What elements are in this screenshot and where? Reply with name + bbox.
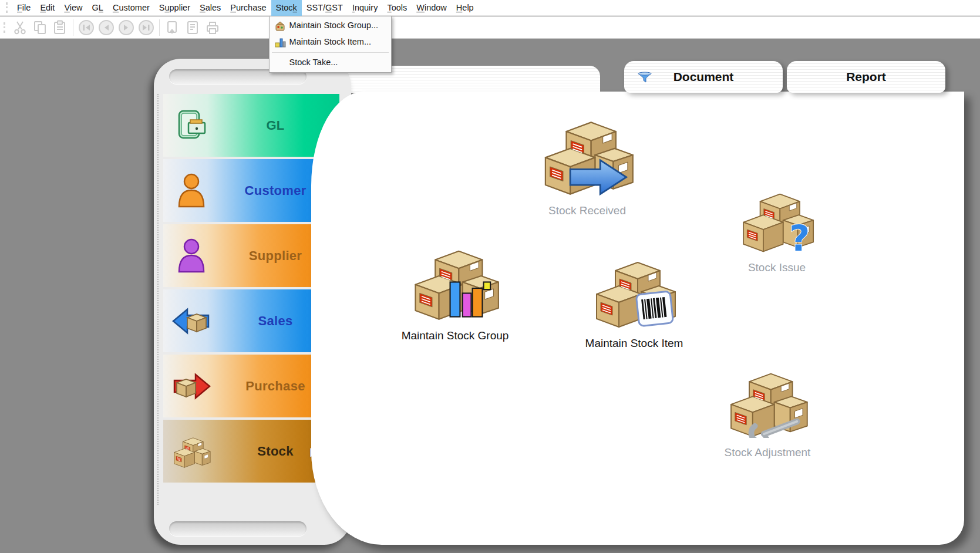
filter-funnel-icon[interactable] xyxy=(637,72,652,86)
stock-boxes-icon xyxy=(171,434,211,469)
next-record-icon[interactable] xyxy=(116,18,136,38)
shortcut-label: Stock Received xyxy=(511,204,664,217)
stock-item-icon xyxy=(273,36,287,48)
gl-cabinet-icon xyxy=(171,107,211,144)
sidebar-item-gl[interactable]: GL xyxy=(163,94,339,157)
edit-record-icon[interactable] xyxy=(183,18,203,38)
shortcut-label: Maintain Stock Item xyxy=(558,337,710,350)
menu-item-label: Maintain Stock Item... xyxy=(289,34,371,50)
supplier-person-icon xyxy=(171,238,211,274)
tab-document[interactable]: Document xyxy=(624,61,783,93)
tab-report[interactable]: Report xyxy=(787,61,945,93)
menu-bar: FileEditViewGLCustomerSupplierSalesPurch… xyxy=(0,0,980,16)
menu-view[interactable]: View xyxy=(59,0,87,16)
toolbar xyxy=(0,16,980,39)
menu-file[interactable]: File xyxy=(12,0,35,16)
shortcut-stock-issue[interactable]: ? Stock Issue xyxy=(701,188,853,274)
maintain-stock-item-icon xyxy=(592,255,676,329)
menu-window[interactable]: Window xyxy=(412,0,452,16)
sidebar-handle-bottom[interactable] xyxy=(169,521,307,536)
stock-issue-icon: ? xyxy=(739,188,814,253)
shortcut-label: Stock Adjustment xyxy=(691,446,844,459)
shortcut-maintain-stock-group[interactable]: Maintain Stock Group xyxy=(379,244,531,342)
menu-item-maintain-stock-item[interactable]: Maintain Stock Item... xyxy=(270,34,391,50)
copy-icon[interactable] xyxy=(30,18,50,38)
purchase-incoming-arrow-icon xyxy=(171,369,211,404)
print-icon[interactable] xyxy=(203,18,223,38)
menu-edit[interactable]: Edit xyxy=(35,0,59,16)
svg-text:?: ? xyxy=(789,218,810,253)
menu-purchase[interactable]: Purchase xyxy=(225,0,271,16)
sales-outgoing-arrow-icon xyxy=(171,304,211,339)
first-record-icon[interactable] xyxy=(76,18,96,38)
paste-icon[interactable] xyxy=(50,18,70,38)
menu-customer[interactable]: Customer xyxy=(108,0,154,16)
menu-gl[interactable]: GL xyxy=(87,0,108,16)
menu-item-label: Stock Take... xyxy=(289,55,338,70)
blank-icon xyxy=(273,57,287,69)
shortcut-maintain-stock-item[interactable]: Maintain Stock Item xyxy=(558,255,710,350)
menu-sales[interactable]: Sales xyxy=(195,0,225,16)
menu-sstgst[interactable]: SST/GST xyxy=(302,0,348,16)
stock-received-icon xyxy=(540,114,634,196)
shortcut-label: Stock Issue xyxy=(701,261,853,274)
menu-separator xyxy=(272,52,389,53)
sidebar-item-label: GL xyxy=(211,118,339,133)
menu-item-stock-take[interactable]: Stock Take... xyxy=(270,55,391,71)
prior-record-icon[interactable] xyxy=(96,18,116,38)
tab-label: Document xyxy=(673,70,734,84)
menu-item-maintain-stock-group[interactable]: Maintain Stock Group... xyxy=(270,18,391,34)
maintain-stock-group-icon xyxy=(410,244,500,321)
stock-dropdown-menu: Maintain Stock Group... Maintain Stock I… xyxy=(269,16,392,73)
cut-icon[interactable] xyxy=(10,18,30,38)
add-record-icon[interactable] xyxy=(163,18,183,38)
menu-help[interactable]: Help xyxy=(452,0,479,16)
tab-label: Report xyxy=(846,70,886,84)
stock-adjustment-icon xyxy=(726,367,809,438)
menu-tools[interactable]: Tools xyxy=(382,0,412,16)
sidebar-dotted-rail xyxy=(157,94,159,505)
stock-group-icon xyxy=(273,20,287,32)
menu-stock[interactable]: Stock Maintain Stock Group... Maintain S… xyxy=(271,0,302,16)
shortcut-stock-received[interactable]: Stock Received xyxy=(511,114,664,217)
menu-item-label: Maintain Stock Group... xyxy=(289,18,379,33)
shortcut-stock-adjustment[interactable]: Stock Adjustment xyxy=(691,367,844,459)
menu-inquiry[interactable]: Inquiry xyxy=(348,0,383,16)
last-record-icon[interactable] xyxy=(136,18,156,38)
customer-person-icon xyxy=(171,173,211,209)
menubar-grip[interactable] xyxy=(6,2,8,13)
shortcut-label: Maintain Stock Group xyxy=(379,329,531,342)
menu-supplier[interactable]: Supplier xyxy=(154,0,195,16)
toolbar-grip[interactable] xyxy=(4,22,5,33)
